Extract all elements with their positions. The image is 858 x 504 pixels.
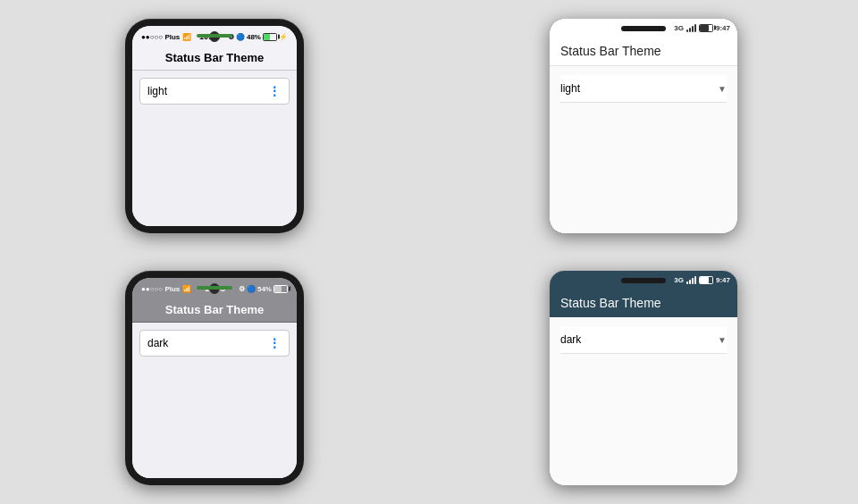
android-light-time: 9:47 xyxy=(716,24,730,32)
android-light-toolbar: Status Bar Theme xyxy=(550,35,737,66)
android-dark-network: 3G xyxy=(674,276,684,284)
ios-dark-battery-text: 54% xyxy=(257,285,272,293)
android-dark-toolbar-title: Status Bar Theme xyxy=(560,296,727,310)
android-light-spinner-row[interactable]: light ▼ xyxy=(560,75,727,103)
ios-light-phone: ●●○○○ Plus 📶 10:46 ⚙ 🔵 48% ⚡ Status Bar … xyxy=(125,19,304,233)
ios-dark-phone: ●●○○○ Plus 📶 11:08 ⚙ 🔵 54% Status Bar Th… xyxy=(125,271,304,485)
ios-light-charging-icon: ⚡ xyxy=(279,33,288,41)
android-dark-spinner-value: dark xyxy=(560,333,581,346)
ios-dark-nav-bar: Status Bar Theme xyxy=(132,298,297,323)
ios-dark-status-bar: ●●○○○ Plus 📶 11:08 ⚙ 🔵 54% xyxy=(132,278,297,298)
ios-dark-picker-value: dark xyxy=(147,337,168,349)
ios-light-picker-row[interactable]: light ⋮ xyxy=(139,78,290,105)
ios-dark-carrier: ●●○○○ Plus xyxy=(141,285,180,293)
ios-dark-status-left: ●●○○○ Plus 📶 xyxy=(141,285,191,293)
ios-light-settings-icon: ⚙ xyxy=(228,33,234,41)
android-light-phone: 3G 9:47 Status Bar Theme light ▼ xyxy=(550,19,737,233)
android-light-toolbar-title: Status Bar Theme xyxy=(560,44,727,58)
android-dark-toolbar: Status Bar Theme xyxy=(550,287,737,317)
ios-dark-screen: ●●○○○ Plus 📶 11:08 ⚙ 🔵 54% Status Bar Th… xyxy=(132,278,297,478)
ios-light-battery-text: 48% xyxy=(247,33,261,41)
ios-light-status-right: ⚙ 🔵 48% ⚡ xyxy=(228,33,288,41)
ios-dark-status-right: ⚙ 🔵 54% xyxy=(239,285,288,293)
ios-light-time: 10:46 xyxy=(199,32,220,41)
android-dark-speaker xyxy=(621,278,666,283)
ios-light-content: light ⋮ xyxy=(132,71,297,226)
android-dark-phone: 3G 9:47 Status Bar Theme dark ▼ xyxy=(550,271,737,485)
android-light-dropdown-icon[interactable]: ▼ xyxy=(718,84,727,94)
ios-dark-quadrant: ●●○○○ Plus 📶 11:08 ⚙ 🔵 54% Status Bar Th… xyxy=(0,252,429,504)
android-light-speaker xyxy=(621,26,666,31)
ios-light-battery-fill xyxy=(264,34,270,40)
ios-light-quadrant: ●●○○○ Plus 📶 10:46 ⚙ 🔵 48% ⚡ Status Bar … xyxy=(0,0,429,252)
ios-light-screen: ●●○○○ Plus 📶 10:46 ⚙ 🔵 48% ⚡ Status Bar … xyxy=(132,26,297,226)
android-dark-signal-icon xyxy=(686,275,696,284)
ios-light-status-bar: ●●○○○ Plus 📶 10:46 ⚙ 🔵 48% ⚡ xyxy=(132,26,297,46)
ios-dark-bluetooth-icon: 🔵 xyxy=(247,285,256,293)
android-dark-battery-icon xyxy=(699,276,713,284)
ios-dark-wifi-icon: 📶 xyxy=(182,285,191,293)
ios-light-carrier: ●●○○○ Plus xyxy=(141,33,180,41)
ios-dark-battery-icon xyxy=(273,285,288,293)
ios-dark-nav-title: Status Bar Theme xyxy=(165,303,265,316)
android-light-battery-icon xyxy=(699,24,713,32)
android-dark-quadrant: 3G 9:47 Status Bar Theme dark ▼ xyxy=(429,252,858,504)
android-dark-content: dark ▼ xyxy=(550,317,737,485)
android-light-quadrant: 3G 9:47 Status Bar Theme light ▼ xyxy=(429,0,858,252)
android-dark-screen: 3G 9:47 Status Bar Theme dark ▼ xyxy=(550,271,737,485)
ios-dark-settings-icon: ⚙ xyxy=(239,285,245,293)
android-light-content: light ▼ xyxy=(550,66,737,233)
ios-light-battery-icon xyxy=(263,33,277,41)
ios-dark-more-icon[interactable]: ⋮ xyxy=(268,336,282,350)
android-light-network: 3G xyxy=(674,24,684,32)
android-dark-dropdown-icon[interactable]: ▼ xyxy=(718,335,727,345)
android-light-screen: 3G 9:47 Status Bar Theme light ▼ xyxy=(550,19,737,233)
ios-dark-picker-row[interactable]: dark ⋮ xyxy=(139,330,290,357)
ios-light-nav-bar: Status Bar Theme xyxy=(132,46,297,71)
ios-light-wifi-icon: 📶 xyxy=(182,33,191,41)
ios-light-bluetooth-icon: 🔵 xyxy=(236,33,245,41)
ios-dark-content: dark ⋮ xyxy=(132,323,297,478)
android-light-spinner-value: light xyxy=(560,82,580,95)
ios-light-nav-title: Status Bar Theme xyxy=(165,51,265,64)
android-dark-time: 9:47 xyxy=(716,276,730,284)
ios-light-status-left: ●●○○○ Plus 📶 xyxy=(141,33,191,41)
android-light-signal-icon xyxy=(686,23,696,32)
ios-light-picker-value: light xyxy=(147,85,167,97)
ios-dark-time: 11:08 xyxy=(205,284,225,293)
ios-light-more-icon[interactable]: ⋮ xyxy=(268,84,282,98)
android-dark-spinner-row[interactable]: dark ▼ xyxy=(560,326,727,354)
